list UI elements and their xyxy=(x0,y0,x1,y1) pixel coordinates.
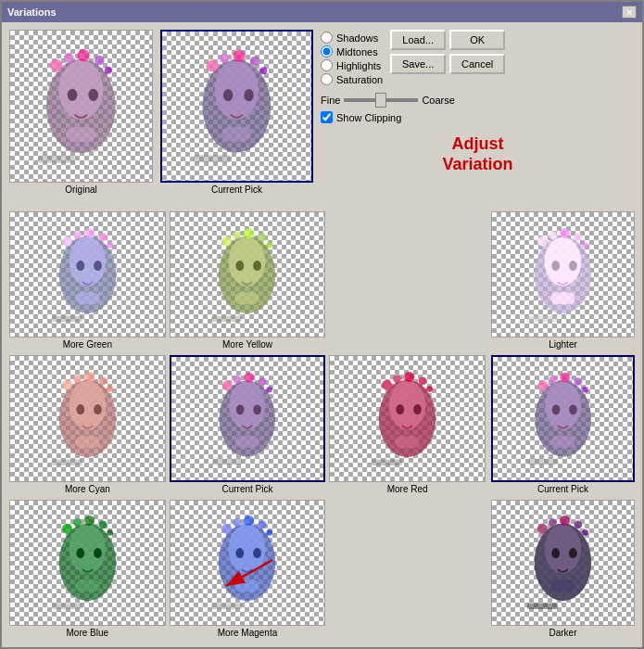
svg-point-117 xyxy=(574,377,582,386)
svg-point-67 xyxy=(389,381,426,430)
svg-rect-98 xyxy=(212,604,243,610)
coarse-label: Coarse xyxy=(422,95,454,106)
more-green-wrap[interactable]: More Green xyxy=(9,211,166,351)
svg-rect-53 xyxy=(75,436,99,448)
ok-button[interactable]: OK xyxy=(449,30,505,50)
more-magenta-wrap[interactable]: More Magenta xyxy=(170,500,326,640)
svg-point-24 xyxy=(62,235,72,246)
more-yellow-label: More Yellow xyxy=(170,337,326,351)
more-red-label: More Red xyxy=(329,482,486,496)
close-button[interactable]: ✕ xyxy=(622,6,637,19)
svg-point-59 xyxy=(245,373,255,383)
svg-point-50 xyxy=(107,386,113,392)
show-clipping-checkbox[interactable] xyxy=(321,111,333,123)
svg-point-89 xyxy=(229,525,266,574)
variation-grid: More Green xyxy=(9,211,486,640)
svg-point-2 xyxy=(50,59,62,71)
svg-point-38 xyxy=(259,233,267,241)
saturation-option[interactable]: Saturation xyxy=(321,73,383,85)
current-pick-center-wrap[interactable]: Current Pick xyxy=(170,355,326,495)
svg-point-52 xyxy=(94,404,102,414)
show-clipping-row[interactable]: Show Clipping xyxy=(321,111,635,123)
current-pick-top-label: Current Pick xyxy=(160,183,313,197)
svg-point-47 xyxy=(73,375,82,383)
action-buttons: Load... OK Save... Cancel xyxy=(390,30,505,85)
svg-point-103 xyxy=(537,235,548,246)
brightness-column: Lighter xyxy=(491,211,635,640)
variations-dialog: Variations ✕ xyxy=(0,0,644,649)
svg-point-46 xyxy=(62,380,72,390)
svg-point-5 xyxy=(95,56,105,66)
svg-point-73 xyxy=(397,404,405,414)
svg-point-92 xyxy=(245,515,255,526)
svg-point-1 xyxy=(58,60,103,120)
lighter-wrap[interactable]: Lighter xyxy=(491,211,635,351)
load-button[interactable]: Load... xyxy=(390,30,446,50)
original-thumbnail-wrap: Original xyxy=(9,30,153,206)
svg-point-96 xyxy=(254,548,262,558)
svg-point-36 xyxy=(234,231,242,239)
fine-coarse-slider-row: Fine Coarse xyxy=(321,95,635,106)
shadows-option[interactable]: Shadows xyxy=(321,32,383,44)
title-bar: Variations ✕ xyxy=(2,2,642,22)
svg-rect-110 xyxy=(550,292,575,304)
svg-rect-32 xyxy=(52,315,82,322)
more-blue-wrap[interactable]: More Blue xyxy=(9,500,166,640)
darker-wrap[interactable]: Darker xyxy=(491,500,635,640)
more-blue-label: More Blue xyxy=(9,626,166,640)
svg-point-61 xyxy=(267,387,272,392)
tone-radio-group: Shadows Midtones Highlights Saturat xyxy=(321,32,383,85)
svg-point-82 xyxy=(98,521,107,529)
midtones-radio[interactable] xyxy=(321,45,333,57)
svg-point-51 xyxy=(76,404,84,414)
adjust-variation-text: Adjust Variation xyxy=(321,134,635,174)
more-red-wrap[interactable]: More Red xyxy=(329,355,486,495)
fine-coarse-slider[interactable] xyxy=(344,98,418,102)
svg-point-8 xyxy=(89,89,99,101)
svg-point-128 xyxy=(575,521,583,529)
svg-point-106 xyxy=(575,233,583,241)
svg-point-63 xyxy=(253,404,261,414)
svg-rect-10 xyxy=(38,156,75,163)
cancel-button[interactable]: Cancel xyxy=(449,54,505,74)
svg-point-72 xyxy=(427,386,434,392)
svg-rect-97 xyxy=(235,580,259,592)
lighter-label: Lighter xyxy=(491,337,635,351)
saturation-radio[interactable] xyxy=(321,73,333,85)
svg-point-40 xyxy=(236,261,245,271)
svg-point-78 xyxy=(69,525,107,574)
midtones-option[interactable]: Midtones xyxy=(321,45,383,57)
more-yellow-wrap[interactable]: More Yellow xyxy=(170,211,326,351)
svg-point-109 xyxy=(569,261,577,271)
current-pick-top-wrap: Current Pick xyxy=(160,30,313,206)
svg-point-107 xyxy=(582,242,588,248)
svg-rect-65 xyxy=(212,459,242,464)
svg-point-4 xyxy=(77,49,89,61)
svg-point-70 xyxy=(404,372,414,382)
highlights-radio[interactable] xyxy=(321,59,333,71)
svg-point-131 xyxy=(569,548,577,558)
svg-point-94 xyxy=(267,530,273,537)
svg-point-14 xyxy=(220,54,230,64)
svg-point-68 xyxy=(382,380,392,390)
original-frame xyxy=(9,30,153,183)
darker-label: Darker xyxy=(491,626,635,640)
current-pick-side-wrap[interactable]: Current Pick xyxy=(491,355,635,495)
highlights-option[interactable]: Highlights xyxy=(321,59,383,71)
more-cyan-wrap[interactable]: More Cyan xyxy=(9,355,166,495)
svg-point-102 xyxy=(545,237,582,286)
svg-point-7 xyxy=(68,89,78,101)
svg-point-13 xyxy=(207,59,219,71)
highlights-label: Highlights xyxy=(336,60,381,71)
svg-point-126 xyxy=(549,519,557,528)
save-button[interactable]: Save... xyxy=(390,54,446,74)
svg-point-79 xyxy=(62,524,72,534)
svg-point-129 xyxy=(582,530,588,537)
svg-rect-122 xyxy=(528,459,558,464)
svg-point-105 xyxy=(560,228,570,238)
shadows-radio[interactable] xyxy=(321,32,333,44)
show-clipping-label: Show Clipping xyxy=(336,112,401,123)
svg-point-60 xyxy=(259,377,267,386)
svg-point-25 xyxy=(73,231,82,239)
current-pick-top-frame xyxy=(160,30,313,183)
